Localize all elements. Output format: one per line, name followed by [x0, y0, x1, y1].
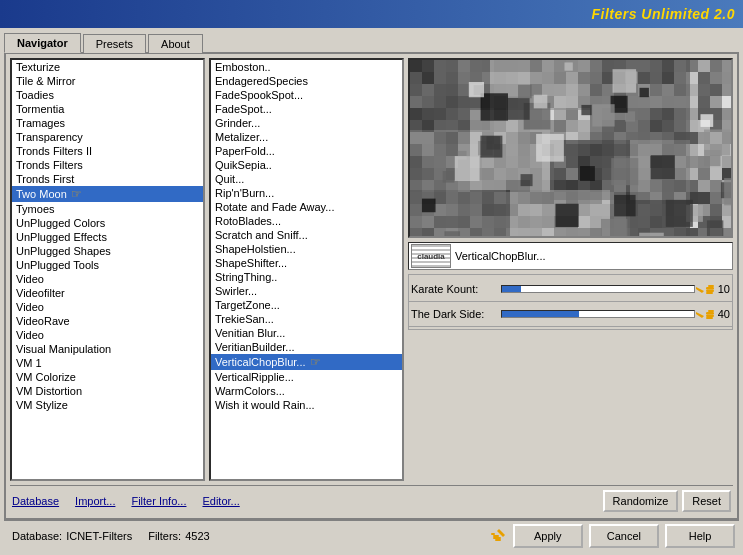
filter-info-link[interactable]: Filter Info... [131, 495, 186, 507]
status-action-row: Database: ICNET-Filters Filters: 4523 [4, 520, 739, 551]
title-bar: Filters Unlimited 2.0 [0, 0, 743, 28]
slider-label-1: The Dark Side: [411, 308, 501, 320]
middle-list-item[interactable]: Swirler... [211, 284, 402, 298]
svg-rect-6 [708, 310, 714, 312]
middle-list-item[interactable]: VerticalRipplie... [211, 370, 402, 384]
left-list-item[interactable]: Visual Manipulation [12, 342, 203, 356]
svg-rect-5 [706, 312, 714, 315]
left-list-item[interactable]: Two Moon☞ [12, 186, 203, 202]
middle-list-item[interactable]: PaperFold... [211, 144, 402, 158]
slider-track-1[interactable] [501, 310, 695, 318]
middle-list-item[interactable]: RotoBlades... [211, 214, 402, 228]
middle-list-item[interactable]: FadeSpot... [211, 102, 402, 116]
middle-list-item[interactable]: StringThing.. [211, 270, 402, 284]
filter-list[interactable]: Emboston..EndageredSpeciesFadeSpookSpot.… [209, 58, 404, 481]
left-list-item[interactable]: Transparency [12, 130, 203, 144]
middle-list-item[interactable]: Rotate and Fade Away... [211, 200, 402, 214]
preview-area [408, 58, 733, 238]
slider-row-0: Karate Kount: 10 [409, 277, 732, 302]
slider-value-0: 10 [695, 281, 730, 297]
apply-button[interactable]: Apply [513, 524, 583, 548]
filters-label: Filters: [148, 530, 181, 542]
middle-list-item[interactable]: Wish it would Rain... [211, 398, 402, 412]
middle-list-item[interactable]: EndageredSpecies [211, 74, 402, 88]
middle-list-item[interactable]: TrekieSan... [211, 312, 402, 326]
tabs-row: Navigator Presets About [4, 32, 739, 52]
left-list-item[interactable]: VM Colorize [12, 370, 203, 384]
middle-list-item[interactable]: QuikSepia.. [211, 158, 402, 172]
database-link[interactable]: Database [12, 495, 59, 507]
middle-list-item[interactable]: Metalizer... [211, 130, 402, 144]
help-button[interactable]: Help [665, 524, 735, 548]
left-list-item[interactable]: UnPlugged Effects [12, 230, 203, 244]
middle-list-item[interactable]: Venitian Blur... [211, 326, 402, 340]
database-label: Database: [12, 530, 62, 542]
left-list-item[interactable]: UnPlugged Colors [12, 216, 203, 230]
left-list-item[interactable]: VM 1 [12, 356, 203, 370]
cancel-button[interactable]: Cancel [589, 524, 659, 548]
svg-rect-8 [706, 317, 713, 319]
editor-link[interactable]: Editor... [202, 495, 239, 507]
database-status: Database: ICNET-Filters [12, 530, 132, 542]
category-list[interactable]: TexturizeTile & MirrorToadiesTormentiaTr… [10, 58, 205, 481]
middle-list-item[interactable]: Emboston.. [211, 60, 402, 74]
reset-button[interactable]: Reset [682, 490, 731, 512]
left-list-item[interactable]: Toadies [12, 88, 203, 102]
filter-icon-label: claudia [417, 252, 445, 261]
middle-list-item[interactable]: ShapeShifter... [211, 256, 402, 270]
middle-list-item[interactable]: Grinder... [211, 116, 402, 130]
left-list-item[interactable]: Tronds Filters [12, 158, 203, 172]
svg-marker-9 [696, 312, 704, 318]
filter-name-display: claudia VerticalChopBlur... [408, 242, 733, 270]
middle-list-item[interactable]: VerticalChopBlur...☞ [211, 354, 402, 370]
randomize-button[interactable]: Randomize [603, 490, 679, 512]
left-list-item[interactable]: Tile & Mirror [12, 74, 203, 88]
two-moon-hand-icon: ☞ [71, 187, 82, 201]
tab-navigator[interactable]: Navigator [4, 33, 81, 53]
middle-list-item[interactable]: ShapeHolstien... [211, 242, 402, 256]
left-list-item[interactable]: UnPlugged Tools [12, 258, 203, 272]
left-list-item[interactable]: Video [12, 300, 203, 314]
left-list-item[interactable]: Texturize [12, 60, 203, 74]
filters-status: Filters: 4523 [148, 530, 209, 542]
middle-list-item[interactable]: WarmColors... [211, 384, 402, 398]
content-area: TexturizeTile & MirrorToadiesTormentiaTr… [10, 58, 733, 481]
svg-rect-10 [493, 535, 499, 537]
middle-list-item[interactable]: VeritianBuilder... [211, 340, 402, 354]
import-link[interactable]: Import... [75, 495, 115, 507]
main-container: Navigator Presets About TexturizeTile & … [0, 28, 743, 555]
svg-rect-2 [706, 290, 714, 293]
tab-presets[interactable]: Presets [83, 34, 146, 53]
slider-value-1: 40 [695, 306, 730, 322]
right-panel: claudia VerticalChopBlur... Karate Kount… [408, 58, 733, 481]
left-list-item[interactable]: VM Distortion [12, 384, 203, 398]
svg-rect-0 [706, 287, 714, 290]
svg-rect-3 [706, 292, 713, 294]
left-list-item[interactable]: Tramages [12, 116, 203, 130]
left-list-item[interactable]: Tormentia [12, 102, 203, 116]
tab-about[interactable]: About [148, 34, 203, 53]
left-list-container: TexturizeTile & MirrorToadiesTormentiaTr… [10, 58, 205, 481]
left-list-item[interactable]: VM Stylize [12, 398, 203, 412]
left-list-item[interactable]: Videofilter [12, 286, 203, 300]
apply-hand-icon [491, 527, 511, 545]
middle-list-item[interactable]: Rip'n'Burn... [211, 186, 402, 200]
left-list-item[interactable]: Tronds First [12, 172, 203, 186]
left-list-item[interactable]: VideoRave [12, 314, 203, 328]
left-list-item[interactable]: Video [12, 272, 203, 286]
verticalchopblur-hand-icon: ☞ [310, 355, 321, 369]
left-list-item[interactable]: UnPlugged Shapes [12, 244, 203, 258]
slider-track-0[interactable] [501, 285, 695, 293]
middle-list-item[interactable]: FadeSpookSpot... [211, 88, 402, 102]
filter-name-text: VerticalChopBlur... [455, 250, 730, 262]
svg-rect-12 [493, 537, 501, 539]
action-buttons: Apply Cancel Help [491, 524, 735, 548]
left-list-item[interactable]: Video [12, 328, 203, 342]
left-list-item[interactable]: Tymoes [12, 202, 203, 216]
svg-rect-13 [495, 539, 501, 541]
left-list-item[interactable]: Tronds Filters II [12, 144, 203, 158]
middle-list-item[interactable]: TargetZone... [211, 298, 402, 312]
filter-icon: claudia [411, 244, 451, 268]
middle-list-item[interactable]: Scratch and Sniff... [211, 228, 402, 242]
middle-list-item[interactable]: Quit... [211, 172, 402, 186]
